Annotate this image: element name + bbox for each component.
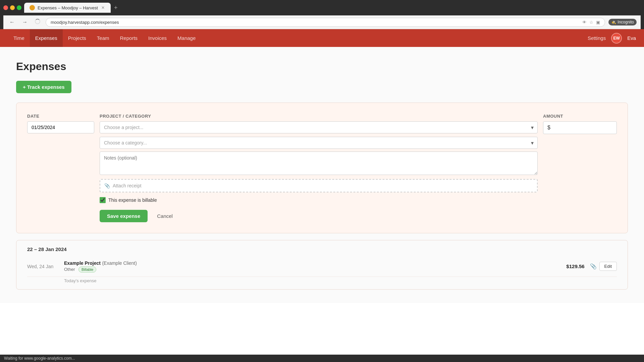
date-input[interactable] [27, 121, 94, 133]
tab-favicon [30, 5, 35, 10]
nav-invoices[interactable]: Invoices [143, 29, 172, 47]
user-avatar[interactable]: EW [611, 33, 622, 44]
tab-title: Expenses – Moodjoy – Harvest [38, 5, 98, 10]
status-text: Waiting for www.google-analytics.com... [4, 356, 75, 361]
project-category-label: Project / Category [100, 114, 538, 119]
project-select[interactable]: Choose a project... [100, 121, 538, 133]
nav-reports[interactable]: Reports [115, 29, 143, 47]
category-select-wrapper: Choose a category... [100, 137, 538, 149]
form-category-row: Choose a category... [27, 137, 617, 149]
expense-project-line: Example Project (Example Client) [64, 260, 566, 266]
attach-receipt-btn[interactable]: 📎 Attach receipt [100, 179, 538, 192]
track-expenses-button[interactable]: + Track expenses [16, 81, 71, 93]
form-actions: Save expense Cancel [100, 210, 617, 222]
url-text: moodjoy.harvestapp.com/expenses [51, 20, 580, 25]
paperclip-icon: 📎 [104, 183, 110, 188]
amount-input[interactable] [552, 125, 612, 130]
incognito-icon: 🕵 [611, 20, 616, 24]
page-title: Expenses [16, 60, 628, 73]
nav-expenses[interactable]: Expenses [30, 29, 63, 47]
window-maximize-btn[interactable] [17, 5, 21, 10]
forward-btn[interactable]: → [20, 18, 30, 26]
nav-left: Time Expenses Projects Team Reports Invo… [8, 29, 201, 47]
window-minimize-btn[interactable] [10, 5, 15, 10]
billable-checkbox[interactable] [100, 197, 106, 203]
expense-project-name: Example Project [64, 260, 101, 266]
sidebar-icon: ▣ [596, 20, 600, 25]
loading-spinner [35, 19, 40, 24]
main-content: Expenses + Track expenses Date Project /… [0, 47, 644, 303]
week-header: 22 – 28 Jan 2024 [27, 246, 617, 252]
week-section: 22 – 28 Jan 2024 Wed, 24 Jan Example Pro… [16, 240, 628, 290]
star-icon: ☆ [589, 20, 593, 25]
project-select-wrapper: Choose a project... [100, 121, 538, 133]
date-label: Date [27, 114, 94, 119]
expense-project-info: Example Project (Example Client) Other B… [64, 260, 566, 273]
address-bar[interactable]: moodjoy.harvestapp.com/expenses 👁 ☆ ▣ [46, 18, 605, 27]
cancel-button[interactable]: Cancel [152, 210, 178, 222]
reload-btn[interactable] [33, 17, 42, 27]
form-notes-row [27, 152, 617, 176]
form-attach-row: 📎 Attach receipt [27, 176, 617, 192]
expense-amount: $129.56 [566, 263, 584, 269]
dollar-sign: $ [547, 125, 550, 131]
nav-projects[interactable]: Projects [63, 29, 92, 47]
today-expense-label: Today's expense [27, 277, 617, 283]
nav-time[interactable]: Time [8, 29, 30, 47]
tab-close-btn[interactable]: ✕ [101, 5, 105, 10]
receipt-icon[interactable]: 📎 [590, 263, 597, 269]
attach-receipt-label: Attach receipt [113, 183, 142, 188]
billable-badge: Billable [78, 266, 96, 273]
expense-category-line: Other Billable [64, 266, 566, 273]
settings-link[interactable]: Settings [588, 35, 606, 41]
expense-action-btns: 📎 Edit [590, 262, 617, 271]
edit-expense-button[interactable]: Edit [599, 262, 617, 271]
eye-slash-icon: 👁 [582, 20, 587, 25]
expense-form-card: Date Project / Category Choose a project… [16, 103, 628, 233]
billable-row: This expense is billable [100, 197, 617, 203]
notes-textarea[interactable] [100, 152, 538, 175]
category-select[interactable]: Choose a category... [100, 137, 538, 149]
amount-label: Amount [543, 114, 617, 119]
status-bar: Waiting for www.google-analytics.com... [0, 355, 644, 361]
expense-row: Wed, 24 Jan Example Project (Example Cli… [27, 256, 617, 277]
window-close-btn[interactable] [3, 5, 8, 10]
nav-right: Settings EW Eva [588, 33, 636, 44]
nav-team[interactable]: Team [92, 29, 115, 47]
back-btn[interactable]: ← [7, 18, 17, 26]
main-nav: Time Expenses Projects Team Reports Invo… [0, 29, 644, 47]
nav-manage[interactable]: Manage [172, 29, 201, 47]
save-expense-button[interactable]: Save expense [100, 210, 148, 222]
expense-client: (Example Client) [102, 260, 137, 266]
active-tab[interactable]: Expenses – Moodjoy – Harvest ✕ [24, 3, 111, 13]
form-header: Date Project / Category Choose a project… [27, 114, 617, 134]
incognito-badge: 🕵 Incognito [608, 19, 637, 25]
expense-date: Wed, 24 Jan [27, 264, 64, 269]
expense-category: Other [64, 267, 75, 272]
billable-label: This expense is billable [108, 197, 157, 203]
new-tab-btn[interactable]: + [111, 3, 120, 13]
user-name[interactable]: Eva [627, 35, 636, 41]
amount-input-wrapper: $ [543, 121, 617, 134]
